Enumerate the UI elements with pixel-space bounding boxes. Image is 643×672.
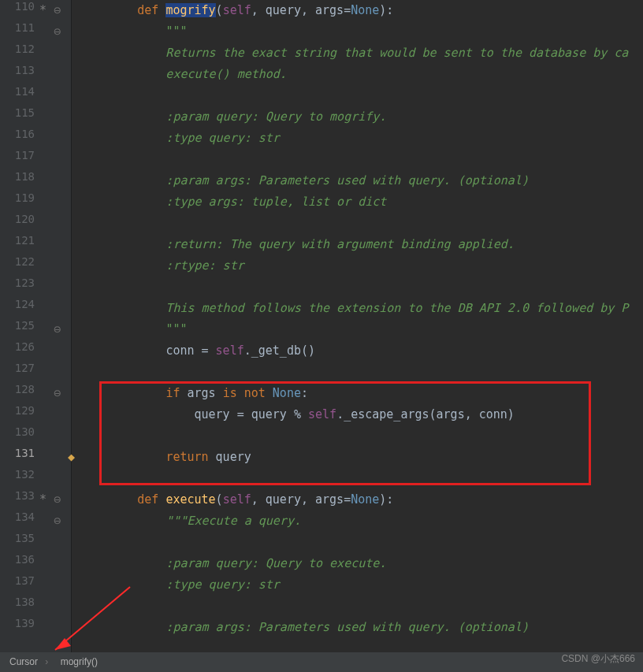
line-number[interactable]: 137 — [0, 574, 35, 587]
fold-icon[interactable] — [54, 258, 61, 273]
code-line[interactable] — [71, 149, 643, 170]
fold-icon[interactable] — [54, 407, 61, 421]
code-line[interactable] — [71, 362, 643, 383]
breadcrumb-item-mogrify[interactable]: mogrify() — [51, 652, 102, 672]
fold-icon[interactable] — [54, 343, 61, 358]
line-number[interactable]: 116 — [0, 128, 35, 140]
fold-icon[interactable] — [54, 110, 61, 124]
fold-icon[interactable] — [54, 365, 61, 379]
fold-icon[interactable]: ⊖ — [54, 3, 61, 17]
diff-marker — [39, 365, 46, 379]
fold-icon[interactable] — [54, 535, 61, 549]
line-number[interactable]: 128 — [0, 383, 35, 395]
diff-marker — [39, 67, 46, 81]
code-area[interactable]: def mogrify(self, query, args=None): """… — [71, 0, 643, 638]
line-number[interactable]: 127 — [0, 362, 35, 374]
code-line[interactable]: """ — [71, 319, 643, 340]
code-token: = — [344, 3, 351, 17]
breadcrumb-item-cursor[interactable]: Cursor — [0, 652, 43, 672]
line-number[interactable]: 131 — [0, 447, 35, 459]
fold-icon[interactable] — [54, 237, 61, 251]
line-number[interactable]: 124 — [0, 298, 35, 310]
code-token: :param query: Query to execute. — [80, 556, 386, 570]
fold-icon[interactable]: ⊖ — [54, 386, 61, 400]
diff-marker — [39, 237, 46, 251]
line-number[interactable]: 133 — [0, 489, 35, 502]
code-editor[interactable]: 110* ⊖111 ⊖112 113 114 115 116 117 118 1… — [0, 0, 643, 652]
code-line[interactable]: """ — [71, 21, 643, 43]
code-token: def — [137, 3, 165, 17]
code-line[interactable]: :param query: Query to mogrify. — [71, 106, 643, 128]
line-number[interactable]: 136 — [0, 553, 35, 566]
line-number[interactable]: 121 — [0, 234, 35, 247]
code-line[interactable]: :param args: Parameters used with query.… — [71, 170, 643, 191]
code-line[interactable] — [71, 85, 643, 106]
line-number[interactable]: 110 — [0, 0, 35, 13]
fold-icon[interactable]: ⊖ — [54, 492, 61, 507]
fold-icon[interactable] — [54, 88, 61, 102]
code-line[interactable]: :type query: str — [71, 128, 643, 149]
line-number[interactable]: 111 — [0, 21, 35, 34]
code-line[interactable]: This method follows the extension to the… — [71, 298, 643, 319]
line-number[interactable]: 122 — [0, 255, 35, 268]
fold-icon[interactable] — [54, 46, 61, 60]
line-number[interactable]: 112 — [0, 43, 35, 55]
code-line[interactable]: Returns the exact string that would be s… — [71, 43, 643, 64]
line-number[interactable]: 123 — [0, 277, 35, 289]
fold-icon[interactable]: ⊖ — [54, 24, 61, 39]
fold-icon[interactable] — [54, 152, 61, 166]
line-number[interactable]: 134 — [0, 510, 35, 523]
code-line[interactable]: :rtype: str — [71, 255, 643, 277]
line-number[interactable]: 119 — [0, 191, 35, 204]
code-line[interactable]: """Execute a query. — [71, 510, 643, 532]
line-number[interactable]: 139 — [0, 617, 35, 629]
fold-icon[interactable] — [54, 216, 61, 230]
code-line[interactable]: :return: The query with argument binding… — [71, 234, 643, 255]
code-line[interactable] — [71, 596, 643, 617]
fold-icon[interactable] — [54, 195, 61, 209]
code-line[interactable]: :param args: Parameters used with query.… — [71, 617, 643, 638]
fold-icon[interactable]: ⊖ — [54, 514, 61, 528]
fold-icon[interactable] — [54, 173, 61, 187]
code-line[interactable]: :param query: Query to execute. — [71, 553, 643, 574]
fold-icon[interactable] — [54, 599, 61, 613]
line-number[interactable]: 126 — [0, 340, 35, 353]
fold-icon[interactable] — [54, 131, 61, 145]
line-number[interactable]: 118 — [0, 170, 35, 183]
line-number[interactable]: 138 — [0, 596, 35, 608]
line-number[interactable]: 130 — [0, 425, 35, 438]
fold-icon[interactable]: ⊖ — [54, 322, 61, 336]
fold-icon[interactable] — [54, 556, 61, 570]
fold-icon[interactable] — [54, 450, 61, 464]
line-number[interactable]: 132 — [0, 468, 35, 481]
code-line[interactable]: def execute(self, query, args=None): — [71, 489, 643, 510]
line-number[interactable]: 129 — [0, 404, 35, 417]
fold-icon[interactable] — [54, 280, 61, 294]
diff-marker: * — [39, 492, 46, 507]
code-line[interactable]: :type query: str — [71, 574, 643, 596]
code-line[interactable]: def mogrify(self, query, args=None): — [71, 0, 643, 21]
line-number[interactable]: 125 — [0, 319, 35, 332]
code-line[interactable]: conn = self._get_db() — [71, 340, 643, 362]
line-number[interactable]: 117 — [0, 149, 35, 162]
fold-icon[interactable] — [54, 67, 61, 81]
diff-marker — [39, 88, 46, 102]
code-line[interactable] — [71, 532, 643, 553]
fold-icon[interactable] — [54, 620, 61, 634]
breadcrumb-bar[interactable]: Cursor › mogrify() CSDN @小杰666 — [0, 652, 643, 672]
fold-icon[interactable] — [54, 577, 61, 592]
code-line[interactable]: :type args: tuple, list or dict — [71, 191, 643, 213]
fold-icon[interactable] — [54, 301, 61, 315]
line-number[interactable]: 120 — [0, 213, 35, 225]
code-line[interactable]: execute() method. — [71, 64, 643, 85]
code-line[interactable] — [71, 277, 643, 298]
line-number[interactable]: 113 — [0, 64, 35, 76]
code-line[interactable] — [71, 213, 643, 234]
line-number[interactable]: 135 — [0, 532, 35, 544]
gutter[interactable]: 110* ⊖111 ⊖112 113 114 115 116 117 118 1… — [0, 0, 72, 652]
line-number[interactable]: 115 — [0, 106, 35, 119]
fold-icon[interactable] — [54, 471, 61, 485]
fold-icon[interactable] — [54, 429, 61, 443]
code-token: None — [351, 492, 379, 507]
line-number[interactable]: 114 — [0, 85, 35, 98]
